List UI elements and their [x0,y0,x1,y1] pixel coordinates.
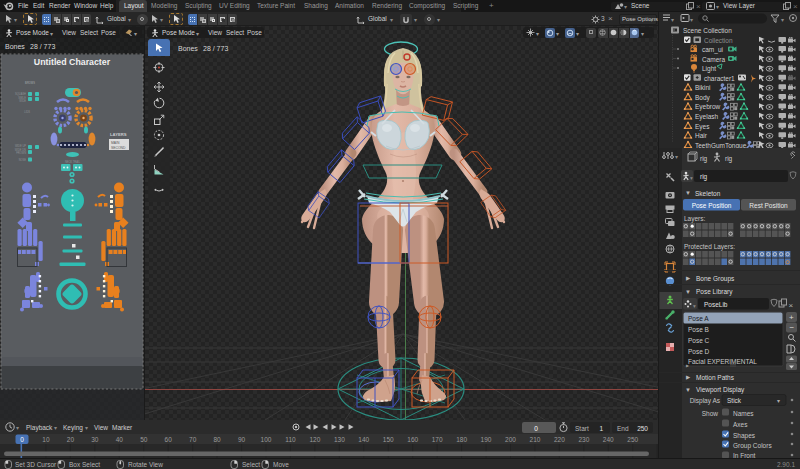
svg-text:170: 170 [432,436,443,443]
svg-text:Pose Library: Pose Library [696,288,733,296]
svg-text:240: 240 [603,436,614,443]
svg-text:rig: rig [700,173,708,181]
svg-text:Rotate View: Rotate View [128,461,163,468]
svg-text:180: 180 [456,436,467,443]
svg-text:Pose C: Pose C [688,337,710,344]
svg-text:0: 0 [534,425,538,432]
svg-text:▼: ▼ [685,289,691,295]
svg-text:250: 250 [627,436,638,443]
svg-text:Playback: Playback [26,424,53,432]
svg-text:250: 250 [637,425,648,432]
svg-text:WIDE DN: WIDE DN [15,148,26,152]
svg-text:▾: ▾ [777,398,780,404]
svg-text:Facial EXPERIMENTAL: Facial EXPERIMENTAL [688,358,757,365]
svg-text:Select: Select [242,461,260,468]
svg-text:Display As: Display As [690,397,721,405]
svg-text:LAYERS: LAYERS [110,132,127,137]
svg-text:BROWS: BROWS [25,81,35,85]
svg-text:Motion Paths: Motion Paths [696,374,735,381]
svg-text:Pose Position: Pose Position [692,202,732,209]
svg-text:▾: ▾ [690,175,693,181]
svg-text:Pose D: Pose D [688,348,710,355]
svg-text:220: 220 [554,436,565,443]
svg-text:Box Select: Box Select [69,461,100,468]
svg-text:View: View [94,424,108,431]
svg-text:90: 90 [238,436,246,443]
svg-text:Group Colors: Group Colors [733,442,772,450]
svg-text:cam_ui: cam_ui [702,46,723,54]
svg-text:20: 20 [67,436,75,443]
svg-text:230: 230 [578,436,589,443]
svg-text:Show: Show [702,410,719,417]
svg-text:Stick: Stick [727,397,742,404]
svg-text:character1: character1 [704,75,735,82]
svg-text:WIDE UP: WIDE UP [15,144,26,148]
svg-text:SECOND: SECOND [111,146,126,150]
svg-text:▾: ▾ [690,17,693,23]
svg-text:SMILE: SMILE [18,96,26,100]
svg-text:Scene Collection: Scene Collection [683,27,732,34]
svg-text:Pose A: Pose A [688,315,709,322]
svg-text:Axes: Axes [733,421,748,428]
svg-text:120: 120 [309,436,320,443]
svg-text:End: End [617,425,629,432]
svg-text:190: 190 [481,436,492,443]
svg-text:0: 0 [20,436,24,443]
svg-text:Pose B: Pose B [688,326,709,333]
svg-text:Start: Start [575,425,589,432]
svg-text:Protected Layers:: Protected Layers: [684,243,735,251]
svg-text:40: 40 [116,436,124,443]
svg-text:Light: Light [702,65,716,73]
svg-text:Eyebrow: Eyebrow [695,104,721,112]
svg-text:160: 160 [407,436,418,443]
svg-text:rig: rig [700,155,708,163]
svg-text:NECK TRAIL: NECK TRAIL [65,160,81,164]
svg-text:Bikini: Bikini [695,84,711,91]
svg-text:×: × [789,301,794,310]
svg-text:60: 60 [165,436,173,443]
svg-text:110: 110 [285,436,296,443]
svg-text:Hair: Hair [695,132,708,139]
svg-text:▼: ▼ [685,190,691,196]
svg-text:FROWN: FROWN [16,151,26,155]
svg-text:Camera: Camera [702,56,726,63]
svg-text:Layers:: Layers: [684,215,706,223]
svg-text:▾: ▾ [85,425,88,431]
svg-text:SQUASH: SQUASH [15,92,26,96]
svg-text:2.90.1: 2.90.1 [777,461,795,468]
svg-text:30: 30 [91,436,99,443]
svg-text:210: 210 [530,436,541,443]
svg-text:Names: Names [733,410,754,417]
svg-text:Body: Body [695,94,711,102]
svg-text:Collection: Collection [704,37,733,44]
svg-text:1: 1 [599,425,603,432]
svg-text:PoseLib: PoseLib [704,301,728,308]
svg-text:▾: ▾ [16,425,19,431]
svg-text:▾: ▾ [54,425,57,431]
svg-text:rig: rig [725,155,733,163]
svg-text:Rest Position: Rest Position [749,202,788,209]
svg-text:Shapes: Shapes [733,432,756,440]
svg-text:+: + [789,313,794,322]
svg-text:Skeleton: Skeleton [695,190,721,197]
svg-text:▾: ▾ [671,17,674,23]
svg-text:WIDE: WIDE [19,99,26,103]
svg-text:10: 10 [42,436,50,443]
svg-text:Untitled Character: Untitled Character [34,57,111,67]
svg-text:MAIN: MAIN [111,141,120,145]
svg-text:150: 150 [383,436,394,443]
svg-text:200: 200 [505,436,516,443]
svg-text:100: 100 [261,436,272,443]
svg-text:140: 140 [358,436,369,443]
svg-text:Viewport Display: Viewport Display [696,386,745,394]
svg-text:▾: ▾ [675,154,678,160]
svg-text:Keying: Keying [63,424,83,432]
svg-text:70: 70 [189,436,197,443]
svg-text:LIDS: LIDS [24,110,30,114]
svg-text:▾: ▾ [693,303,696,309]
svg-text:Eyelash: Eyelash [695,113,719,121]
svg-text:80: 80 [213,436,221,443]
svg-text:Bone Groups: Bone Groups [696,275,735,283]
svg-text:Set 3D Cursor: Set 3D Cursor [15,461,57,468]
svg-text:▼: ▼ [685,387,691,393]
